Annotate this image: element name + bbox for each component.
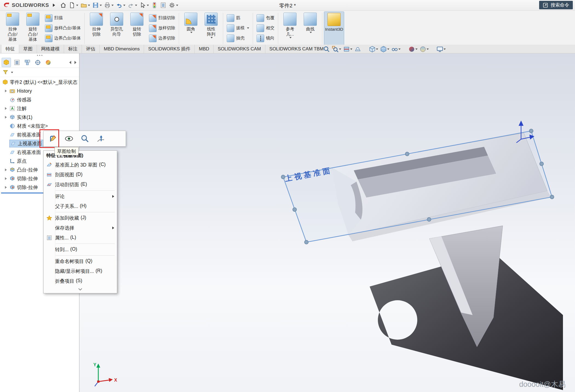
sketch-button[interactable]: [48, 133, 58, 144]
section-view-button[interactable]: [343, 46, 352, 53]
expand-arrow-icon[interactable]: [4, 107, 8, 110]
tree-item-material[interactable]: 材质 <未指定>: [0, 122, 79, 130]
hide-show-items-button[interactable]: [391, 46, 401, 53]
search-commands-button[interactable]: 搜索命令: [539, 1, 573, 9]
tab-mbd-dimensions[interactable]: MBD Dimensions: [100, 45, 144, 53]
swept-boss-button[interactable]: 扫描: [43, 13, 83, 23]
dimxpert-manager-tab[interactable]: [33, 58, 42, 67]
panel-next-arrow[interactable]: [74, 61, 76, 64]
tree-item-history[interactable]: History: [0, 87, 79, 95]
lofted-cut-button[interactable]: 放样切除: [147, 23, 177, 33]
apply-scene-button[interactable]: [419, 46, 429, 53]
filter-funnel-icon[interactable]: [2, 69, 8, 75]
fillet-button[interactable]: 圆角: [181, 12, 201, 45]
expand-arrow-icon[interactable]: [4, 168, 8, 171]
tab-solidworks-cam-tbm[interactable]: SOLIDWORKS CAM TBM: [265, 45, 328, 53]
zoom-area-button[interactable]: [332, 46, 341, 53]
save-button[interactable]: [91, 1, 103, 10]
filter-caret[interactable]: [11, 72, 13, 73]
home-button[interactable]: [59, 1, 68, 10]
normal-to-icon: [96, 134, 105, 143]
new-document-button[interactable]: [68, 1, 79, 10]
redo-button[interactable]: [127, 1, 138, 10]
reference-geometry-button[interactable]: 参考几...: [280, 12, 300, 45]
menu-item-hide-show-tree-items[interactable]: 隐藏/显示树项目...(R): [44, 266, 117, 276]
plane-icon: [10, 141, 16, 147]
linear-pattern-button[interactable]: 线性阵列: [201, 12, 221, 45]
menu-item-save-selection[interactable]: 保存选择: [44, 223, 117, 233]
feature-manager-tab[interactable]: [2, 58, 11, 67]
menu-item-comment[interactable]: 评论: [44, 191, 117, 201]
file-properties-button[interactable]: [159, 1, 168, 10]
hide-show-button[interactable]: [64, 133, 74, 144]
menu-item-parent-child[interactable]: 父子关系...(H): [44, 201, 117, 211]
extrude-cut-button[interactable]: 拉伸切除: [86, 12, 107, 45]
hole-wizard-button[interactable]: 异型孔向导: [107, 12, 127, 45]
zoom-to-selection-button[interactable]: [80, 133, 90, 144]
sensors-icon: [9, 97, 15, 103]
dynamic-annotation-button[interactable]: [354, 46, 361, 53]
swept-cut-button[interactable]: 扫描切除: [147, 13, 177, 23]
annotations-icon: [9, 105, 15, 111]
open-document-button[interactable]: [79, 1, 91, 10]
edit-appearance-button[interactable]: [408, 46, 418, 53]
tab-solidworks-addins[interactable]: SOLIDWORKS 插件: [144, 45, 195, 53]
rib-button[interactable]: 筋: [225, 13, 251, 23]
print-button[interactable]: [103, 1, 115, 10]
zoom-fit-button[interactable]: [323, 46, 330, 53]
menu-item-3d-sketch-on-plane[interactable]: 基准面上的 3D 草图(C): [44, 160, 117, 170]
normal-to-button[interactable]: [96, 133, 106, 144]
menu-item-rename-tree-item[interactable]: 重命名树项目(Q): [44, 256, 117, 266]
tree-item-sensors[interactable]: 传感器: [0, 95, 79, 104]
tab-solidworks-cam[interactable]: SOLIDWORKS CAM: [214, 45, 265, 53]
tree-item-solid-bodies[interactable]: 实体(1): [0, 113, 79, 122]
rebuild-button[interactable]: [150, 1, 159, 10]
submenu-arrow-icon: [112, 227, 114, 229]
tab-evaluate[interactable]: 评估: [82, 45, 100, 53]
menu-item-add-to-favorites[interactable]: 添加到收藏(J): [44, 213, 117, 223]
wrap-button[interactable]: 包覆: [255, 13, 276, 23]
expand-arrow-icon[interactable]: [4, 186, 8, 189]
intersect-button[interactable]: 相交: [255, 23, 276, 33]
expand-arrow-icon[interactable]: [4, 90, 8, 92]
menu-expand-button[interactable]: [44, 286, 117, 293]
lofted-boss-button[interactable]: 放样凸台/基体: [43, 23, 83, 33]
configuration-manager-tab[interactable]: [23, 58, 32, 67]
panel-prev-arrow[interactable]: [69, 61, 71, 64]
tab-mbd[interactable]: MBD: [195, 45, 214, 53]
options-button[interactable]: [168, 1, 179, 10]
menu-item-live-section-plane[interactable]: 活动剖切面(E): [44, 180, 117, 190]
print-caret: [111, 5, 114, 6]
display-style-button[interactable]: [380, 46, 389, 53]
menu-item-section-view[interactable]: 剖面视图(D): [44, 170, 117, 180]
revolve-cut-button[interactable]: 旋转切除: [127, 12, 147, 45]
expand-arrow-icon[interactable]: [4, 116, 8, 119]
undo-button[interactable]: [115, 1, 127, 10]
shell-button[interactable]: 抽壳: [225, 33, 251, 43]
revolve-boss-button[interactable]: 旋转凸台/基体: [23, 12, 43, 45]
tree-root[interactable]: 零件2 (默认) <<默认>_显示状态: [0, 78, 79, 87]
extrude-boss-button[interactable]: 拉伸凸台/基体: [2, 12, 23, 45]
property-manager-tab[interactable]: [13, 58, 21, 67]
curves-button[interactable]: 曲线: [300, 12, 320, 45]
tab-features[interactable]: 特征: [1, 45, 19, 53]
mirror-button[interactable]: 镜向: [255, 33, 276, 43]
view-orientation-button[interactable]: [369, 46, 378, 53]
menu-item-collapse-items[interactable]: 折叠项目(S): [44, 276, 117, 286]
tab-mesh-modeling[interactable]: 网格建模: [37, 45, 64, 53]
menu-item-properties[interactable]: 属性...(L): [44, 233, 117, 243]
instant3d-toggle[interactable]: Instant3D: [324, 12, 344, 45]
boundary-boss-button[interactable]: 边界凸台/基体: [43, 33, 83, 43]
view-settings-button[interactable]: [436, 46, 446, 53]
panel-grip[interactable]: [0, 53, 79, 57]
display-manager-tab[interactable]: [44, 58, 53, 67]
tree-item-annotations[interactable]: 注解: [0, 104, 79, 113]
tab-markup[interactable]: 标注: [64, 45, 82, 53]
select-tool-button[interactable]: [138, 1, 150, 10]
draft-button[interactable]: 拔模: [225, 23, 251, 33]
menu-item-go-to[interactable]: 转到...(O): [44, 245, 117, 254]
expand-arrow-icon[interactable]: [4, 177, 8, 180]
tab-sketch[interactable]: 草图: [19, 45, 37, 53]
menu-flyout-arrow[interactable]: [53, 4, 55, 7]
boundary-cut-button[interactable]: 边界切除: [147, 33, 177, 43]
